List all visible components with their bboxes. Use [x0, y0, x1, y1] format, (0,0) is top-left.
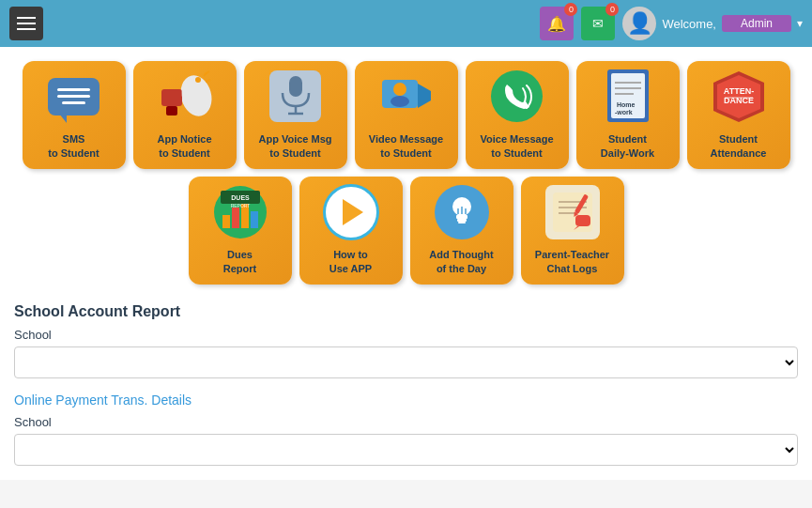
header-right: 🔔 0 ✉ 0 👤 Welcome, Admin ▾ [540, 7, 803, 40]
megaphone-icon [154, 66, 215, 127]
student-daily-work-button[interactable]: Home -work StudentDaily-Work [576, 61, 680, 169]
svg-rect-29 [232, 208, 239, 228]
svg-rect-8 [289, 76, 302, 97]
online-payment-select[interactable] [14, 434, 798, 466]
sms-icon [43, 66, 104, 127]
svg-point-13 [393, 83, 406, 96]
svg-text:REPORT: REPORT [230, 203, 250, 208]
chat-icon [542, 181, 603, 242]
attendance-icon: ATTEN- DANCE [708, 66, 769, 127]
parent-teacher-chat-label: Parent-TeacherChat Logs [535, 248, 609, 275]
homework-icon: Home -work [597, 66, 658, 127]
main-content: SMSto Student App Noticeto Student [0, 47, 812, 480]
student-attendance-button[interactable]: ATTEN- DANCE StudentAttendance [687, 61, 790, 169]
svg-text:DUES: DUES [231, 194, 250, 201]
app-voice-msg-label: App Voice Msgto Student [258, 132, 331, 160]
hamburger-line-3 [17, 28, 36, 30]
svg-point-4 [195, 77, 201, 83]
school-account-label: School [14, 328, 798, 342]
svg-rect-38 [458, 222, 466, 223]
notifications-button[interactable]: 🔔 0 [540, 7, 574, 40]
messages-button[interactable]: ✉ 0 [581, 7, 615, 40]
student-attendance-label: StudentAttendance [711, 132, 767, 160]
video-icon [375, 66, 437, 127]
online-payment-label: School [14, 415, 798, 429]
online-payment-link[interactable]: Online Payment Trans. Details [14, 393, 192, 408]
svg-rect-46 [575, 215, 590, 226]
notifications-badge: 0 [564, 3, 577, 16]
user-name: Admin [722, 15, 791, 32]
svg-rect-36 [456, 215, 467, 219]
welcome-label: Welcome, [662, 17, 716, 31]
add-thought-label: Add Thoughtof the Day [429, 248, 493, 275]
sms-student-label: SMSto Student [48, 132, 99, 160]
online-payment-section: Online Payment Trans. Details School [14, 378, 798, 466]
school-account-title: School Account Report [14, 303, 798, 320]
play-triangle [343, 199, 363, 225]
hamburger-line-1 [17, 17, 36, 19]
voice-message-label: Voice Messageto Student [480, 132, 553, 160]
school-account-section: School Account Report School [14, 303, 798, 378]
video-message-button[interactable]: Video Messageto Student [355, 61, 458, 169]
app-row-2: DUES REPORT DuesReport How toUse APP [14, 177, 798, 285]
svg-point-14 [391, 96, 409, 107]
add-thought-button[interactable]: Add Thoughtof the Day [410, 177, 513, 285]
voice-message-button[interactable]: Voice Messageto Student [466, 61, 569, 169]
parent-teacher-chat-button[interactable]: Parent-TeacherChat Logs [521, 177, 624, 285]
dues-report-icon: DUES REPORT [209, 181, 270, 242]
school-account-select[interactable] [14, 346, 798, 378]
svg-rect-37 [457, 219, 467, 222]
dues-report-label: DuesReport [223, 248, 256, 275]
dues-report-button[interactable]: DUES REPORT DuesReport [189, 177, 292, 285]
how-to-use-app-button[interactable]: How toUse APP [299, 177, 403, 285]
svg-text:Home: Home [617, 101, 636, 108]
svg-rect-2 [166, 106, 177, 115]
messages-badge: 0 [605, 3, 619, 16]
user-profile-button[interactable]: 👤 Welcome, Admin ▾ [622, 7, 803, 40]
how-to-use-app-label: How toUse APP [329, 248, 372, 275]
bell-icon: 🔔 [547, 15, 566, 33]
svg-text:-work: -work [615, 109, 633, 115]
app-voice-msg-button[interactable]: App Voice Msgto Student [244, 61, 347, 169]
student-daily-work-label: StudentDaily-Work [601, 132, 654, 160]
video-message-label: Video Messageto Student [369, 132, 443, 160]
play-button-icon [320, 181, 381, 242]
chevron-down-icon: ▾ [797, 17, 803, 30]
app-notice-button[interactable]: App Noticeto Student [133, 61, 237, 169]
svg-rect-31 [251, 211, 258, 228]
phone-voice-icon [486, 66, 547, 127]
microphone-icon [265, 66, 326, 127]
envelope-icon: ✉ [592, 16, 604, 31]
svg-line-6 [206, 80, 210, 82]
header: 🔔 0 ✉ 0 👤 Welcome, Admin ▾ [0, 0, 812, 47]
svg-line-7 [205, 71, 209, 74]
hamburger-menu-button[interactable] [9, 7, 43, 40]
app-row-1: SMSto Student App Noticeto Student [14, 61, 798, 169]
svg-marker-12 [418, 84, 431, 108]
sms-student-button[interactable]: SMSto Student [23, 61, 126, 169]
svg-rect-28 [222, 215, 230, 228]
thought-icon [431, 181, 492, 242]
hamburger-line-2 [17, 23, 36, 24]
svg-rect-1 [161, 89, 182, 106]
svg-text:ATTEN-: ATTEN- [723, 86, 753, 96]
app-notice-label: App Noticeto Student [157, 132, 211, 160]
avatar: 👤 [622, 7, 656, 40]
